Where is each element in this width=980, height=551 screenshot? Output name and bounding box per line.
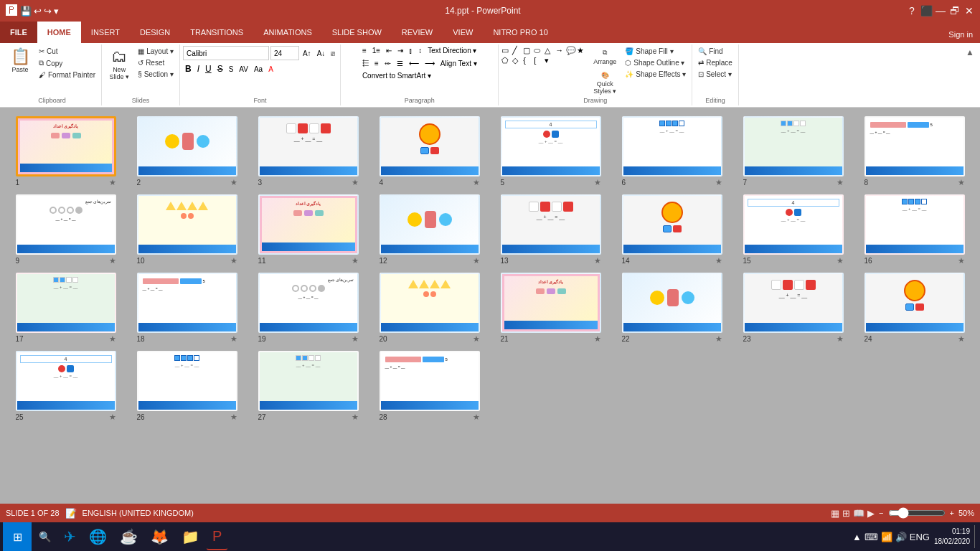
slide-thumb-7[interactable]: __ + __ = __ [743, 116, 844, 176]
help-button[interactable]: ? [907, 6, 917, 16]
reading-view-icon[interactable]: 📖 [853, 508, 864, 519]
arrow-shape[interactable]: → [555, 46, 565, 55]
pentagon-shape[interactable]: ⬠ [501, 56, 512, 65]
slide-item-3[interactable]: __ + __ = __ 3 ★ [251, 116, 365, 187]
slide-thumb-6[interactable]: __ + __ = __ [622, 116, 722, 176]
smartart-button[interactable]: Convert to SmartArt ▾ [360, 71, 433, 80]
zoom-slider[interactable] [888, 507, 946, 519]
slide-thumb-1[interactable]: یادگیری اعداد [16, 116, 116, 176]
network-icon[interactable]: 📶 [881, 532, 892, 542]
slide-item-4[interactable]: 4 ★ [372, 116, 486, 187]
slide-thumb-24[interactable] [864, 273, 965, 333]
slide-star-12[interactable]: ★ [473, 256, 480, 265]
slide-star-9[interactable]: ★ [109, 256, 116, 265]
tab-animations[interactable]: ANIMATIONS [253, 22, 322, 43]
font-size-input[interactable] [270, 46, 299, 60]
slide-item-14[interactable]: 14 ★ [615, 194, 729, 265]
shape-effects-button[interactable]: ✨ Shape Effects ▾ [622, 69, 689, 80]
bullets-button[interactable]: ≡ [360, 46, 369, 55]
slide-thumb-19[interactable]: تمرین‌های جمع __ + __ = __ [258, 273, 359, 333]
replace-button[interactable]: ⇄ Replace [695, 57, 735, 68]
slide-star-26[interactable]: ★ [230, 413, 237, 422]
taskbar-firefox[interactable]: 🦊 [145, 523, 174, 550]
slide-star-11[interactable]: ★ [352, 256, 359, 265]
decrease-indent-button[interactable]: ⇤ [384, 46, 394, 55]
slideshow-view-icon[interactable]: ▶ [867, 508, 875, 519]
taskbar-powerpoint[interactable]: P [207, 523, 227, 550]
font-shrink-button[interactable]: A↓ [315, 49, 328, 58]
find-button[interactable]: 🔍 Find [695, 46, 735, 57]
slide-thumb-3[interactable]: __ + __ = __ [258, 116, 359, 176]
slide-item-18[interactable]: 5 __ + __ = __ 18 ★ [130, 273, 244, 344]
tab-file[interactable]: FILE [0, 22, 37, 43]
slide-sorter-icon[interactable]: ⊞ [842, 508, 850, 519]
layout-button[interactable]: ▦ Layout ▾ [135, 46, 176, 57]
select-button[interactable]: ⊡ Select ▾ [695, 69, 735, 80]
slide-item-12[interactable]: 12 ★ [372, 194, 486, 265]
oval-shape[interactable]: ⬭ [534, 46, 544, 55]
arrange-button[interactable]: ⧉ Arrange [589, 46, 621, 68]
slide-item-1[interactable]: یادگیری اعداد 1 ★ [9, 116, 123, 187]
callout-shape[interactable]: 💬 [566, 46, 576, 55]
slide-thumb-4[interactable] [380, 116, 480, 176]
align-text-button[interactable]: Align Text ▾ [438, 59, 479, 68]
slide-thumb-13[interactable]: __ + __ = __ [501, 194, 601, 255]
new-slide-button[interactable]: 🗂 NewSlide ▾ [105, 46, 133, 83]
slide-item-24[interactable]: 24 ★ [857, 273, 971, 344]
start-button[interactable]: ⊞ [3, 522, 32, 551]
slide-thumb-8[interactable]: 5 __ + __ = __ [864, 116, 965, 176]
language-tray-label[interactable]: ENG [910, 532, 930, 542]
brace-shape[interactable]: { [523, 56, 533, 65]
align-right-button[interactable]: ⬰ [382, 58, 393, 68]
tab-design[interactable]: DESIGN [130, 22, 180, 43]
slide-item-22[interactable]: 22 ★ [615, 273, 729, 344]
line-shape[interactable]: ╱ [512, 46, 522, 55]
slide-thumb-15[interactable]: 4 __ + __ = __ [743, 194, 844, 255]
slide-thumb-25[interactable]: 4 __ + __ = __ [16, 351, 116, 411]
diamond-shape[interactable]: ◇ [512, 56, 522, 65]
volume-icon[interactable]: 🔊 [895, 532, 907, 542]
slide-item-26[interactable]: __ + __ = __ 26 ★ [130, 351, 244, 422]
text-direction-button[interactable]: Text Direction ▾ [425, 46, 479, 55]
undo-icon[interactable]: ↩ [34, 6, 42, 17]
clear-format-button[interactable]: ⎚ [329, 49, 337, 58]
change-case-button[interactable]: Aa [252, 65, 265, 74]
slide-thumb-14[interactable] [622, 194, 722, 255]
slide-item-8[interactable]: 5 __ + __ = __ 8 ★ [857, 116, 971, 187]
taskbar-ie[interactable]: 🌐 [83, 523, 113, 550]
zoom-out-icon[interactable]: − [879, 509, 883, 517]
slide-item-28[interactable]: 5 __ + __ = __ 28 ★ [372, 351, 486, 422]
slide-thumb-5[interactable]: 4 __ + __ = __ [501, 116, 601, 176]
slide-item-5[interactable]: 4 __ + __ = __ 5 ★ [494, 116, 608, 187]
bold-button[interactable]: B [183, 63, 194, 75]
slide-star-14[interactable]: ★ [715, 256, 722, 265]
slide-thumb-12[interactable] [380, 194, 480, 255]
font-family-input[interactable] [183, 46, 269, 60]
shape-outline-button[interactable]: ⬡ Shape Outline ▾ [622, 57, 689, 68]
slide-thumb-16[interactable]: __ + __ = __ [864, 194, 965, 255]
tab-transitions[interactable]: TRANSITIONS [180, 22, 253, 43]
slide-item-17[interactable]: __ + __ = __ 17 ★ [9, 273, 123, 344]
tab-home[interactable]: HOME [37, 22, 81, 43]
slide-item-13[interactable]: __ + __ = __ 13 ★ [494, 194, 608, 265]
slide-star-20[interactable]: ★ [473, 334, 480, 344]
normal-view-icon[interactable]: ▦ [831, 508, 839, 519]
slide-item-10[interactable]: 10 ★ [130, 194, 244, 265]
slide-star-10[interactable]: ★ [230, 256, 237, 265]
slide-thumb-2[interactable] [137, 116, 237, 176]
slide-item-11[interactable]: یادگیری اعداد 11 ★ [251, 194, 365, 265]
slide-item-27[interactable]: __ + __ = __ 27 ★ [251, 351, 365, 422]
slide-item-23[interactable]: __ + __ = __ 23 ★ [736, 273, 850, 344]
star-shape[interactable]: ★ [577, 46, 587, 55]
slide-star-18[interactable]: ★ [230, 334, 237, 344]
slide-star-3[interactable]: ★ [352, 178, 359, 187]
customize-icon[interactable]: ▾ [54, 6, 59, 17]
taskbar-app3[interactable]: ☕ [114, 523, 143, 550]
slide-thumb-27[interactable]: __ + __ = __ [258, 351, 359, 411]
slide-star-2[interactable]: ★ [230, 178, 237, 187]
italic-button[interactable]: I [195, 63, 202, 75]
font-grow-button[interactable]: A↑ [301, 49, 314, 58]
taskbar-cortana[interactable]: 🔍 [33, 523, 57, 550]
justify-button[interactable]: ☰ [395, 59, 405, 68]
rounded-rect-shape[interactable]: ▢ [523, 46, 533, 55]
